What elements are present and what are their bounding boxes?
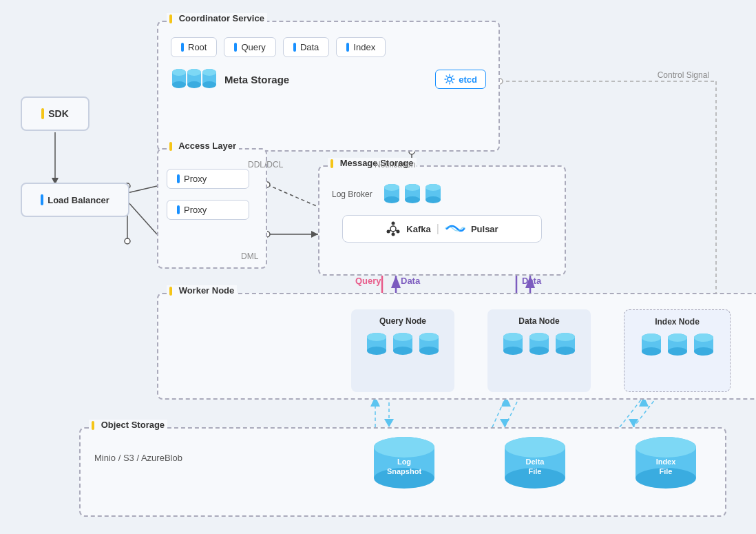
svg-point-61 bbox=[384, 196, 399, 203]
index-node-label: Index Node bbox=[655, 317, 700, 327]
svg-point-57 bbox=[202, 69, 216, 76]
kafka-label: Kafka bbox=[406, 224, 430, 234]
svg-point-6 bbox=[125, 238, 130, 244]
svg-point-95 bbox=[503, 333, 523, 341]
index-file-storage: Index File bbox=[631, 437, 700, 489]
svg-text:Index: Index bbox=[656, 458, 677, 466]
worker-node-label: Worker Node bbox=[167, 285, 237, 296]
log-broker-drums bbox=[382, 182, 444, 207]
svg-point-107 bbox=[642, 333, 661, 342]
svg-text:Snapshot: Snapshot bbox=[387, 467, 421, 475]
etcd-gear-icon bbox=[444, 74, 455, 85]
coordinator-label: Coordinator Service bbox=[167, 13, 267, 23]
svg-line-42 bbox=[492, 396, 506, 427]
svg-marker-39 bbox=[629, 419, 638, 427]
svg-point-66 bbox=[405, 184, 420, 191]
index-node-drums bbox=[640, 332, 715, 360]
meta-storage-drums bbox=[171, 67, 218, 92]
svg-point-72 bbox=[392, 222, 395, 225]
svg-point-91 bbox=[419, 333, 439, 341]
query-comp: Query bbox=[224, 37, 275, 57]
svg-point-110 bbox=[668, 347, 687, 356]
sdk-yellow-bar bbox=[41, 108, 44, 119]
lb-blue-bar bbox=[41, 194, 43, 205]
svg-point-102 bbox=[556, 347, 575, 355]
log-snapshot-storage: Log Snapshot bbox=[370, 437, 439, 489]
index-comp: Index bbox=[336, 37, 386, 57]
query-arrow-label: Query bbox=[355, 276, 381, 286]
control-signal-label: Control Signal bbox=[658, 70, 709, 80]
query-node-drums bbox=[365, 331, 441, 359]
svg-point-74 bbox=[387, 230, 390, 234]
coordinator-components: Root Query Data Index bbox=[158, 22, 498, 64]
object-storage-box: Object Storage Minio / S3 / AzureBlob Lo… bbox=[79, 427, 726, 517]
root-comp: Root bbox=[171, 37, 217, 57]
svg-point-62 bbox=[384, 184, 399, 191]
svg-line-36 bbox=[505, 396, 520, 427]
sdk-box: SDK bbox=[21, 96, 90, 131]
data-comp: Data bbox=[283, 37, 329, 57]
access-layer-label: Access Layer bbox=[167, 141, 239, 151]
svg-point-114 bbox=[694, 347, 713, 356]
svg-point-56 bbox=[202, 81, 216, 88]
meta-storage-label: Meta Storage bbox=[224, 74, 289, 85]
svg-point-53 bbox=[187, 69, 201, 76]
data-node-label: Data Node bbox=[518, 316, 559, 326]
kafka-pulsar-row: Kafka | Pulsar bbox=[319, 212, 565, 249]
svg-line-3 bbox=[127, 201, 157, 234]
svg-point-106 bbox=[642, 347, 661, 356]
diagram-container: SDK Load Balancer Coordinator Service Ro… bbox=[0, 0, 756, 534]
svg-marker-25 bbox=[391, 276, 401, 288]
svg-point-98 bbox=[529, 347, 549, 355]
svg-marker-11 bbox=[311, 231, 318, 238]
svg-line-2 bbox=[127, 186, 157, 193]
svg-point-94 bbox=[503, 347, 523, 355]
delta-file-storage: Delta File bbox=[501, 437, 569, 489]
svg-line-38 bbox=[633, 396, 658, 427]
svg-text:File: File bbox=[529, 467, 542, 475]
coordinator-service-box: Coordinator Service Root Query Data Inde… bbox=[157, 21, 500, 152]
svg-line-79 bbox=[396, 230, 397, 231]
svg-line-78 bbox=[390, 230, 391, 231]
ddl-label: DDL/DCL bbox=[248, 160, 283, 170]
log-broker-row: Log Broker bbox=[319, 167, 565, 212]
svg-point-75 bbox=[397, 230, 400, 234]
object-storage-label: Object Storage bbox=[89, 420, 167, 430]
message-storage-box: Message Storage Log Broker bbox=[318, 165, 566, 276]
proxy2-box: Proxy bbox=[167, 200, 249, 220]
svg-point-99 bbox=[529, 333, 549, 341]
pulsar-label: Pulsar bbox=[471, 224, 498, 234]
svg-point-131 bbox=[636, 437, 696, 458]
data-arrow-label1: Data bbox=[401, 276, 420, 286]
data-node-drums bbox=[501, 331, 577, 359]
svg-point-115 bbox=[694, 333, 713, 342]
svg-text:Delta: Delta bbox=[526, 458, 545, 466]
svg-point-90 bbox=[419, 347, 439, 355]
svg-point-69 bbox=[426, 196, 441, 203]
log-snapshot-drum: Log Snapshot bbox=[370, 437, 439, 489]
meta-storage-left: Meta Storage bbox=[171, 67, 289, 92]
svg-text:File: File bbox=[660, 467, 673, 475]
object-storage-description: Minio / S3 / AzureBlob bbox=[94, 453, 182, 463]
data-arrow-label2: Data bbox=[522, 276, 541, 286]
svg-marker-37 bbox=[500, 419, 510, 427]
index-node-area: Index Node bbox=[624, 309, 731, 392]
svg-point-73 bbox=[392, 233, 395, 236]
svg-point-71 bbox=[390, 226, 396, 232]
etcd-box: etcd bbox=[435, 70, 486, 89]
load-balancer-label: Load Balancer bbox=[48, 195, 109, 205]
pulsar-icon bbox=[445, 221, 465, 236]
svg-point-103 bbox=[556, 333, 575, 341]
svg-point-49 bbox=[172, 69, 186, 76]
svg-point-87 bbox=[393, 333, 412, 341]
svg-point-70 bbox=[426, 184, 441, 191]
proxy1-box: Proxy bbox=[167, 169, 249, 189]
svg-marker-35 bbox=[384, 419, 394, 427]
log-broker-label: Log Broker bbox=[332, 189, 372, 199]
load-balancer-box: Load Balancer bbox=[21, 183, 129, 217]
worker-node-box: Worker Node Query Node Data Node bbox=[157, 293, 756, 400]
svg-point-119 bbox=[374, 437, 434, 458]
svg-point-48 bbox=[172, 81, 186, 88]
index-file-drum: Index File bbox=[631, 437, 700, 489]
meta-storage-row: Meta Storage etcd bbox=[158, 64, 498, 99]
